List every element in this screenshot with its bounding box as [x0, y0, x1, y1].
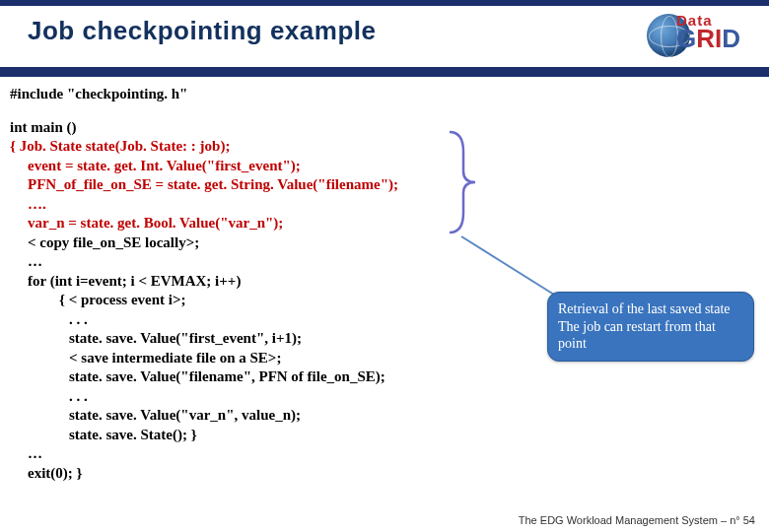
- code-line: var_n = state. get. Bool. Value("var_n")…: [10, 214, 759, 233]
- code-line: state. save. Value("var_n", value_n);: [10, 406, 759, 426]
- slide-title: Job checkpointing example: [28, 16, 376, 46]
- code-line: int main (): [10, 118, 759, 138]
- code-line: . . .: [10, 387, 759, 407]
- code-line: PFN_of_file_on_SE = state. get. String. …: [10, 175, 759, 195]
- header: Job checkpointing example Data GRID: [0, 6, 769, 67]
- code-line: { Job. State state(Job. State: : job);: [10, 137, 759, 157]
- code-line: state. save. State(); }: [10, 426, 759, 445]
- page-number: 54: [743, 514, 755, 526]
- code-line: state. save. Value("filename", PFN of fi…: [10, 367, 759, 387]
- code-line: #include "checkpointing. h": [10, 85, 759, 104]
- callout-text: Retrieval of the last saved state The jo…: [558, 301, 731, 351]
- code-block: #include "checkpointing. h" int main () …: [0, 77, 769, 483]
- code-line: …: [10, 252, 759, 272]
- code-line: ….: [10, 195, 759, 215]
- code-line: …: [10, 444, 759, 464]
- callout-box: Retrieval of the last saved state The jo…: [547, 292, 754, 362]
- datagrid-logo: Data GRID: [643, 12, 751, 61]
- footer-text: The EDG Workload Management System – n°: [519, 514, 740, 526]
- code-line: for (int i=event; i < EVMAX; i++): [10, 272, 759, 292]
- code-line: exit(0); }: [10, 464, 759, 484]
- header-rule: [0, 67, 769, 77]
- logo-bottom: GRID: [676, 24, 740, 53]
- logo-text: Data GRID: [676, 10, 740, 50]
- code-line: < copy file_on_SE locally>;: [10, 233, 759, 253]
- footer: The EDG Workload Management System – n° …: [519, 514, 755, 526]
- code-line: event = state. get. Int. Value("first_ev…: [10, 157, 759, 176]
